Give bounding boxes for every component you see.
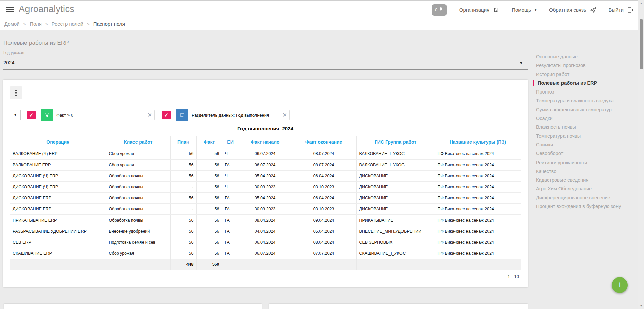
filter-icon[interactable] [41,109,53,121]
table-cell: 56 [196,148,222,160]
organization-label: Организация [459,7,489,13]
column-header-3[interactable]: Факт [196,136,222,148]
filter-expression-input[interactable] [53,109,142,121]
table-cell: ПФ Вика-овес на сенаж 2024 [435,148,521,160]
table-cell: ПФ Вика-овес на сенаж 2024 [435,182,521,193]
notifications-button[interactable]: 0 [432,4,447,16]
table-row[interactable]: ДИСКОВАНИЕ ERPОбработка почвы5656ГА05.04… [10,193,521,204]
nav-item-14[interactable]: Кадастровые сведения [536,176,642,184]
topbar: Agroanalytics 0 Организация Помощь ▼ Обр… [0,0,644,18]
data-splitter-input[interactable] [188,109,277,121]
table-row[interactable]: ВАЛКОВАНИЕ ERPСбор урожая5656ГА06.07.202… [10,160,521,171]
feedback-button[interactable]: Обратная связь [549,6,597,14]
filter-dropdown-button[interactable] [10,110,21,120]
column-header-1[interactable]: Класс работ [106,136,170,148]
table-row[interactable]: ВАЛКОВАНИЕ (Ч) ERPСбор урожая5656Ч06.07.… [10,148,521,160]
clear-filter-button[interactable]: ✕ [145,110,155,120]
logout-button[interactable]: Выйти [609,6,634,14]
column-header-8[interactable]: Название культуры (ПЗ) [435,136,521,148]
next-card-left [4,304,262,309]
table-header-row: ОперацияКласс работПланФактЕИФакт начало… [10,136,521,148]
year-select[interactable]: 2024 ▼ [3,57,528,70]
hamburger-menu-icon[interactable] [6,7,14,12]
splitter-checkbox[interactable] [162,111,171,119]
scrollbar-thumb[interactable] [640,19,643,69]
scroll-down-icon[interactable]: ▼ [638,304,644,307]
nav-item-2[interactable]: История работ [536,70,642,79]
organization-button[interactable]: Организация [459,6,499,13]
help-menu[interactable]: Помощь ▼ [512,7,537,13]
clear-splitter-button[interactable]: ✕ [280,110,290,120]
nav-item-13[interactable]: Качество [536,167,642,176]
total-cell [106,259,170,270]
table-cell: 56 [170,171,196,182]
table-cell: 56 [170,248,196,259]
table-cell: ДИСКОВАНИЕ [356,204,435,215]
column-header-5[interactable]: Факт начало [239,136,291,148]
scroll-up-icon[interactable]: ▲ [638,2,644,5]
nav-item-15[interactable]: Агро Хим Обследование [536,184,642,193]
nav-item-3[interactable]: Полевые работы из ERP [536,79,642,87]
nav-item-8[interactable]: Влажность почвы [536,123,642,131]
nav-item-7[interactable]: Осадки [536,114,642,123]
column-header-2[interactable]: План [170,136,196,148]
table-row[interactable]: СКАШИВАНИЕ ERPСбор урожая5656ГА06.07.202… [10,248,521,259]
column-header-0[interactable]: Операция [10,136,106,148]
table-cell: 08.04.2024 [291,237,356,248]
nav-item-9[interactable]: Температура почвы [536,132,642,140]
nav-item-0[interactable]: Основные данные [536,52,642,61]
column-header-7[interactable]: ГИС Группа работ [356,136,435,148]
table-cell: СЕВ ЗЕРНОВЫХ [356,237,435,248]
table-cell: 56 [196,226,222,237]
table-cell: 05.04.2024 [239,193,291,204]
table-cell: Внесение удобрений [106,226,170,237]
table-cell: ПФ Вика-овес на сенаж 2024 [435,215,521,226]
nav-item-4[interactable]: Прогноз [536,87,642,96]
data-splitter-icon[interactable] [176,109,188,121]
table-row[interactable]: ПРИКАТЫВАНИЕ ERPОбработка почвы5656ГА08.… [10,215,521,226]
nav-item-11[interactable]: Севооборот [536,149,642,158]
breadcrumb-item-0[interactable]: Домой [4,21,20,27]
add-button[interactable]: + [612,277,628,293]
table-row[interactable]: ДИСКОВАНИЕ (Ч) ERPОбработка почвы5656Ч05… [10,171,521,182]
table-cell: ДИСКОВАНИЕ (Ч) ERP [10,182,106,193]
nav-item-10[interactable]: Снимки [536,140,642,149]
total-cell [291,259,356,270]
breadcrumb-item-1[interactable]: Поля [30,21,42,27]
table-row[interactable]: СЕВ ERPПодготовка семян и сев5656ГА06.04… [10,237,521,248]
table-cell: 08.04.2024 [239,215,291,226]
column-header-4[interactable]: ЕИ [222,136,239,148]
column-header-6[interactable]: Факт окончание [291,136,356,148]
table-cell: 06.07.2024 [239,148,291,160]
table-cell: 06.04.2024 [291,171,356,182]
table-cell: ПФ Вика-овес на сенаж 2024 [435,248,521,259]
table-cell: 56 [196,248,222,259]
table-cell: 56 [170,215,196,226]
table-menu-button[interactable] [10,86,22,99]
table-row[interactable]: ДИСКОВАНИЕ (Ч) ERPОбработка почвы-56Ч30.… [10,182,521,193]
table-cell: 06.07.2024 [239,160,291,171]
table-cell: ДИСКОВАНИЕ ERP [10,204,106,215]
next-card-right [269,304,528,309]
nav-item-1[interactable]: Результаты прогнозов [536,61,642,70]
nav-item-6[interactable]: Сумма эффективных температур [536,105,642,114]
breadcrumb-item-3: Паспорт поля [93,21,125,27]
paper-plane-icon [589,6,597,14]
pagination-range: 1 - 10 [10,274,519,279]
switch-organization-icon [492,6,499,13]
table-row[interactable]: ДИСКОВАНИЕ ERPОбработка почвы-56ГА30.09.… [10,204,521,215]
filter-checkbox[interactable] [27,111,36,119]
nav-item-17[interactable]: Процент вхождения в буферную зону [536,202,642,211]
table-cell: 56 [196,171,222,182]
nav-item-16[interactable]: Дифференцированное внесение [536,193,642,202]
table-cell: ПФ Вика-овес на сенаж 2024 [435,237,521,248]
table-cell: РАЗБРАСЫВАНИЕ УДОБРЕНИЙ ERP [10,226,106,237]
nav-item-5[interactable]: Температура и влажность воздуха [536,96,642,105]
table-cell: ГА [222,160,239,171]
table-cell: Обработка почвы [106,215,170,226]
nav-item-12[interactable]: Рейтинги урожайности [536,158,642,167]
breadcrumb-item-2[interactable]: Реестр полей [52,21,84,27]
table-row[interactable]: РАЗБРАСЫВАНИЕ УДОБРЕНИЙ ERPВнесение удоб… [10,226,521,237]
table-cell: Сбор урожая [106,160,170,171]
page-scrollbar[interactable]: ▲ ▼ [638,0,644,309]
